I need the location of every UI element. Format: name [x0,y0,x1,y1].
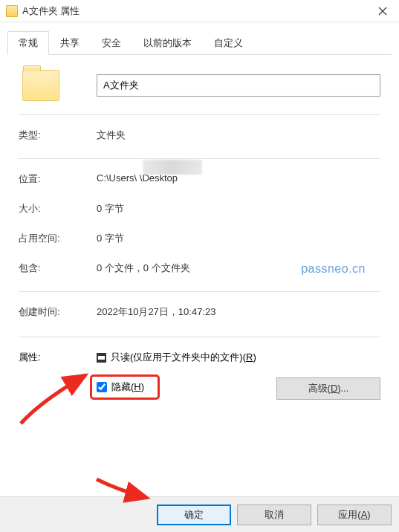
apply-button[interactable]: 应用(A) [317,505,392,525]
type-label: 类型: [19,129,97,142]
created-value: 2022年10月27日，10:47:23 [97,305,380,319]
tabs-row: 常规 共享 安全 以前的版本 自定义 [0,22,399,55]
tab-previous-versions[interactable]: 以前的版本 [132,31,203,55]
contains-value: 0 个文件，0 个文件夹 [97,262,380,275]
redaction-blur [143,160,202,175]
window-title: A文件夹 属性 [22,4,366,18]
tab-customize[interactable]: 自定义 [203,31,254,55]
close-button[interactable] [366,0,399,22]
type-value: 文件夹 [97,129,380,142]
ok-button[interactable]: 确定 [157,505,231,525]
folder-icon [6,5,18,17]
divider [19,114,380,115]
tab-security[interactable]: 安全 [91,31,132,55]
contains-label: 包含: [19,262,97,275]
location-value: C:\Users\ \Desktop [97,172,380,186]
divider [19,337,380,337]
attributes-label: 属性: [19,351,97,400]
large-folder-icon [22,70,59,101]
hidden-highlight-box: 隐藏(H) [90,374,160,400]
cancel-button[interactable]: 取消 [237,505,311,525]
general-panel: 类型: 文件夹 位置: C:\Users\ \Desktop 大小: 0 字节 … [0,55,399,407]
created-label: 创建时间: [19,305,97,319]
hidden-label: 隐藏(H) [111,380,144,394]
divider [19,291,380,292]
tab-sharing[interactable]: 共享 [49,31,91,55]
size-value: 0 字节 [97,202,380,215]
folder-name-input[interactable] [97,74,380,97]
advanced-button[interactable]: 高级(D)... [276,377,380,400]
readonly-checkbox-row[interactable]: 只读(仅应用于文件夹中的文件)(R) [97,351,380,364]
size-on-disk-label: 占用空间: [19,232,97,245]
divider [19,158,380,159]
readonly-label: 只读(仅应用于文件夹中的文件)(R) [111,351,256,364]
size-on-disk-value: 0 字节 [97,232,380,245]
size-label: 大小: [19,202,97,215]
readonly-checkbox-icon [97,353,106,363]
dialog-button-bar: 确定 取消 应用(A) [0,496,399,532]
titlebar: A文件夹 属性 [0,0,399,22]
location-label: 位置: [19,172,97,186]
tab-general[interactable]: 常规 [7,31,49,55]
hidden-checkbox[interactable] [97,382,107,392]
